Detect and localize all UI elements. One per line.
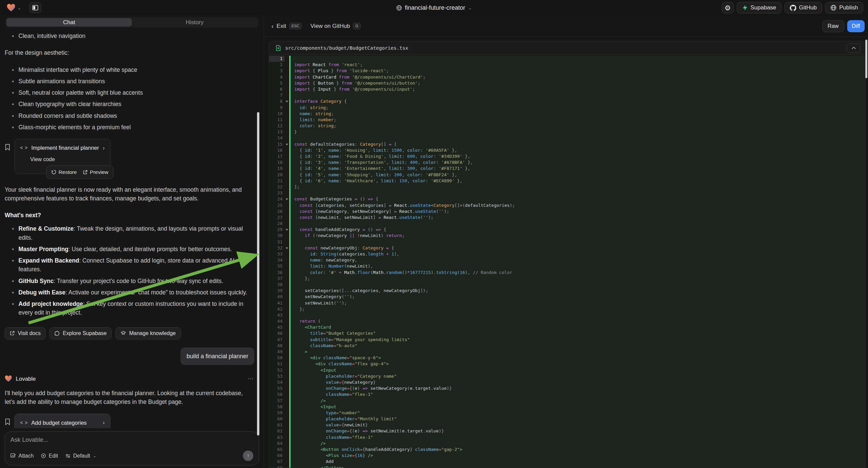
project-selector[interactable]: financial-future-creator ⌄ [396,0,472,16]
code-line: 29 const handleAddCategory = () => { [269,227,865,233]
diff-toggle-button[interactable]: Diff [847,20,865,32]
code-line: 38 [269,282,865,288]
code-line: 4import ChartCard from '@/components/ui/… [269,74,865,80]
code-line: 39 setCategories([...categories, newCate… [269,288,865,294]
user-message-chip: build a financial planner [181,348,254,365]
chevron-down-icon: ⌄ [468,5,472,10]
code-line: 16 { id: '1', name: 'Housing', limit: 15… [269,147,865,153]
code-line: 47 subtitle="Manage your spending limits… [269,337,865,343]
preview-button[interactable]: Preview [83,168,108,176]
view-on-github-button[interactable]: View on GitHub G [310,23,361,30]
code-line: 63 className="flex-1" [269,434,865,440]
code-line: 30 if (!newCategory || !newLimit) return… [269,233,865,239]
code-line: 10 name: string; [269,111,865,117]
github-icon [790,5,796,11]
code-panel: ‹ Exit ESC View on GitHub G Raw Diff src… [264,16,868,468]
tab-chat[interactable]: Chat [6,18,132,27]
lovable-heart-icon [7,4,16,12]
code-line: 36 color: '#' + Math.floor(Math.random()… [269,270,865,275]
version-card-implement-financial-planner[interactable]: < > Implement financial planner › View c… [14,139,111,174]
chat-scrollbar[interactable] [257,112,259,435]
list-item: Clean typography with clear hierarchies [5,100,254,109]
collapse-file-button[interactable] [846,43,861,53]
toggle-sidebar-button[interactable] [29,2,41,13]
github-button[interactable]: GitHub [784,2,822,13]
bookmark-icon[interactable] [5,144,10,151]
file-added-icon [276,45,281,51]
assistant-name: Lovable [16,375,36,383]
code-line: 51 <div className="flex gap-4"> [269,361,865,367]
lovable-logo-menu[interactable]: ⌄ [7,4,21,12]
code-line: 21 { id: '6', name: 'Healthcare', limit:… [269,178,865,184]
view-code-link[interactable]: View code [30,155,105,164]
restore-button[interactable]: Restore [51,168,77,176]
code-line: 64 /> [269,440,865,446]
code-line: 67 Add [269,459,865,465]
code-toolbar: ‹ Exit ESC View on GitHub G Raw Diff [264,16,868,37]
bookmark-icon[interactable] [5,418,10,426]
chevron-down-icon: ⌄ [93,453,97,458]
visit-docs-button[interactable]: Visit docs [5,327,45,340]
list-item: Add project knowledge: Set key context o… [5,299,254,317]
assistant-message-2: I'll help you add budget categories to t… [5,389,254,407]
code-line: 6import { Input } from '@/components/ui/… [269,86,865,92]
list-item: Rounded corners and subtle shadows [5,112,254,120]
graduation-cap-icon [120,331,126,336]
chat-input[interactable] [10,436,253,446]
arrow-up-icon: ↑ [247,452,250,459]
supabase-button[interactable]: Supabase [737,2,782,13]
code-line: 68 </Button> [269,465,865,468]
publish-button[interactable]: Publish [825,2,863,13]
external-link-icon [10,331,15,336]
code-scrollbar[interactable] [865,39,867,78]
code-line: 46 title="Budget Categories" [269,330,865,337]
code-line: 22]; [269,184,865,190]
publish-globe-icon [830,5,836,11]
scrolled-bullet-list: Clean, intuitive navigation [5,32,254,40]
code-line: 17 { id: '2', name: 'Food & Dining', lim… [269,153,865,159]
code-line: 59 type="number" [269,410,865,416]
manage-knowledge-button[interactable]: Manage knowledge [116,327,181,340]
chevron-left-icon: ‹ [272,23,274,30]
code-line: 14 [269,135,865,141]
code-line: 41 setNewLimit(''); [269,300,865,306]
code-line: 28 [269,221,865,227]
code-line: 49 > [269,349,865,355]
code-line: 66 <Plus size={16} /> [269,452,865,459]
code-line: 40 setNewCategory(''); [269,294,865,300]
list-item: Debug with Ease: Activate our experiment… [5,288,254,297]
model-selector[interactable]: Default ⌄ [65,453,97,459]
restore-icon [51,170,56,175]
code-line: 19 { id: '4', name: 'Entertainment', lim… [269,166,865,172]
code-line: 62 onChange={(e) => setNewLimit(e.target… [269,428,865,434]
chevron-up-icon [851,47,856,49]
code-line: 13} [269,129,865,135]
explore-supabase-button[interactable]: Explore Supabase [49,327,112,340]
code-line: 42 }; [269,306,865,312]
attach-button[interactable]: Attach [10,453,34,459]
code-line: 61 value={newLimit} [269,422,865,428]
code-line: 27 const [newLimit, setNewLimit] = React… [269,214,865,221]
code-line: 35 limit: Number(newLimit), [269,263,865,269]
code-line: 11 limit: number; [269,117,865,123]
supabase-bolt-icon [742,5,748,11]
assistant-message-1: Your sleek financial planner is now read… [5,185,254,203]
file-path: src/components/budget/BudgetCategories.t… [285,45,408,51]
chat-messages: Clean, intuitive navigation For the desi… [0,28,264,428]
list-item: Refine & Customize: Tweak the design, an… [5,224,254,242]
edit-mode-button[interactable]: Edit [41,453,58,459]
file-header[interactable]: src/components/budget/BudgetCategories.t… [269,41,865,55]
code-line: 53 placeholder="Category name" [269,373,865,379]
g-key-badge: G [353,23,361,30]
settings-button[interactable]: ⚙ [722,2,734,13]
code-line: 54 value={newCategory} [269,379,865,385]
code-line: 55 onChange={(e) => setNewCategory(e.tar… [269,385,865,391]
more-menu-icon[interactable]: ⋯ [248,374,254,383]
send-button[interactable]: ↑ [243,450,253,461]
gear-icon: ⚙ [724,4,731,11]
exit-button[interactable]: ‹ Exit ESC [272,23,302,30]
raw-toggle-button[interactable]: Raw [823,20,844,32]
version-card-add-budget-categories[interactable]: < > Add budget categories › View code Re… [14,414,111,428]
tab-history[interactable]: History [132,18,257,27]
code-line: 7 [269,92,865,98]
